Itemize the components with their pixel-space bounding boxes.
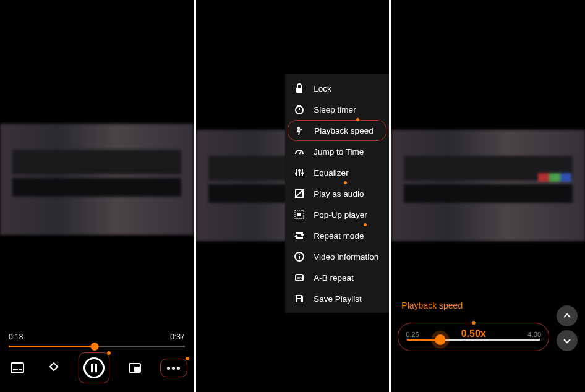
speed-min-label: 0.25 [406,331,419,338]
speed-thumb[interactable] [435,334,446,345]
svg-rect-17 [299,256,300,259]
rotate-icon[interactable] [43,357,65,379]
menu-item-lock[interactable]: Lock [285,78,389,99]
svg-rect-4 [134,367,140,372]
svg-rect-0 [11,363,23,373]
menu-label: Equalizer [314,168,348,177]
menu-item-equalizer[interactable]: Equalizer [285,162,389,183]
time-row: 0:18 0:37 [9,333,185,341]
aspect-icon[interactable] [124,357,146,379]
menu-label: Video information [314,252,378,262]
pause-icon [83,357,105,378]
speed-icon [294,125,305,136]
svg-point-9 [298,169,301,172]
timer-icon [294,104,305,115]
menu-label: Jump to Time [314,147,364,156]
info-icon [294,251,305,262]
speed-value-label: 0.50x [407,328,540,339]
repeat-icon [294,230,305,241]
menu-label: Playback speed [314,126,373,135]
chevron-down-icon [562,336,572,346]
pause-button[interactable] [79,352,109,383]
current-time-label: 0:18 [9,333,23,341]
menu-label: Repeat mode [314,231,364,241]
speed-down-button[interactable] [557,330,578,351]
menu-item-popup-player[interactable]: Pop-Up player [285,204,389,225]
menu-item-save-playlist[interactable]: Save Playlist [285,288,389,309]
menu-item-playback-speed[interactable]: Playback speed [288,120,386,141]
svg-point-8 [295,173,297,175]
svg-rect-1 [13,369,18,370]
speed-max-label: 4.00 [528,331,541,338]
speed-slider[interactable] [407,339,540,341]
audio-icon [294,188,305,199]
svg-rect-20 [297,296,301,298]
seek-thumb[interactable] [91,343,99,351]
controls-row [6,352,187,383]
video-frame [391,130,585,241]
video-frame [0,124,194,235]
svg-text:AB: AB [297,276,302,280]
save-icon [294,293,305,304]
popup-icon [294,209,305,220]
subtitle-icon[interactable] [6,357,28,379]
svg-point-10 [301,172,304,174]
menu-label: Pop-Up player [314,210,367,219]
panel-speed: Playback speed 0.25 0.50x 4.00 [391,0,585,392]
lock-icon [294,83,305,94]
svg-point-7 [297,127,300,129]
jump-icon [294,146,305,157]
menu-item-repeat-mode[interactable]: Repeat mode [285,225,389,246]
menu-label: Play as audio [314,189,364,198]
speed-control: 0.25 0.50x 4.00 [398,323,549,351]
speed-center-tick [472,321,476,325]
svg-line-12 [295,189,304,198]
seek-slider[interactable] [9,346,185,347]
menu-item-sleep-timer[interactable]: Sleep timer [285,99,389,120]
svg-rect-5 [296,88,302,93]
indicator-dot [186,357,189,360]
svg-rect-14 [297,213,301,216]
more-button[interactable] [160,359,187,377]
menu-label: A-B repeat [314,273,354,283]
menu-label: Sleep timer [314,105,356,114]
abrepeat-icon: AB [294,272,305,283]
menu-item-video-information[interactable]: Video information [285,246,389,267]
playback-speed-title: Playback speed [401,300,463,310]
menu-item-jump-to-time[interactable]: Jump to Time [285,141,389,162]
speed-up-button[interactable] [557,305,578,326]
svg-point-16 [299,254,300,255]
equalizer-icon [294,167,305,178]
menu-label: Save Playlist [314,294,361,304]
svg-rect-21 [297,299,301,302]
panel-menu: Lock Sleep timer Playback speed Jump to … [196,0,390,392]
svg-rect-2 [19,369,22,370]
advanced-menu: Lock Sleep timer Playback speed Jump to … [285,74,389,313]
chevron-up-icon [562,311,572,321]
total-time-label: 0:37 [170,333,184,341]
menu-item-ab-repeat[interactable]: AB A-B repeat [285,267,389,288]
indicator-dot [107,351,111,355]
menu-item-play-as-audio[interactable]: Play as audio [285,183,389,204]
menu-label: Lock [314,84,331,93]
panel-player: 0:18 0:37 [0,0,194,392]
seek-fill [9,346,95,347]
